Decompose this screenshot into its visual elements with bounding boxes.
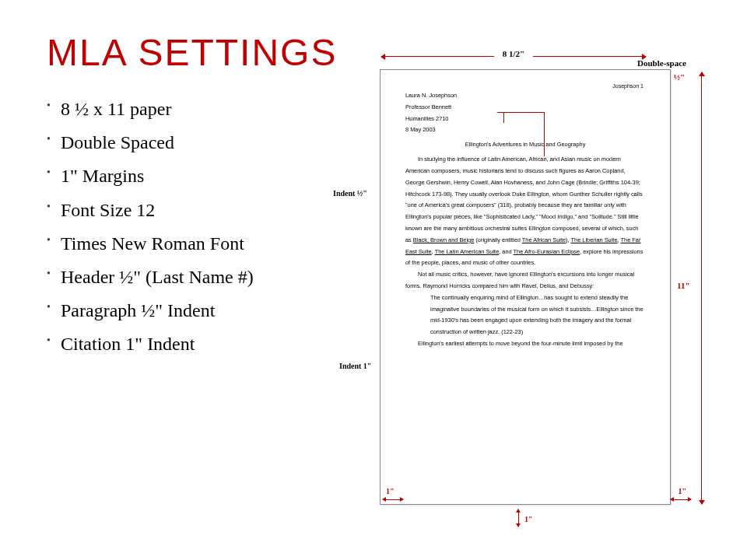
bullet-list: 8 ½ x 11 paper Double Spaced 1" Margins … — [47, 97, 342, 357]
underlined-title: The Latin American Suite — [435, 248, 500, 255]
margin-right-label: 1" — [678, 487, 686, 495]
paper-date: 8 May 2003 — [405, 124, 645, 136]
margin-right-arrow-icon — [671, 499, 691, 500]
bullet-item: Font Size 12 — [47, 198, 342, 222]
bullet-item: 8 ½ x 11 paper — [47, 97, 342, 121]
width-label: 8 1/2" — [381, 49, 646, 58]
mla-diagram: 8 1/2" Double-space 11" ½" 1" Indent ½" … — [350, 51, 708, 533]
double-space-label: Double-space — [637, 58, 686, 68]
bullet-item: Citation 1" Indent — [47, 332, 342, 356]
arrow-vertical-icon — [701, 72, 702, 504]
content-row: 8 ½ x 11 paper Double Spaced 1" Margins … — [47, 97, 708, 366]
p1-text: (originally entitled — [474, 236, 522, 243]
slide: MLA SETTINGS 8 ½ x 11 paper Double Space… — [0, 0, 747, 560]
underlined-title: The Liberian Suite — [571, 236, 618, 243]
paragraph-3: Ellington's earliest attempts to move be… — [405, 338, 645, 350]
professor-name: Professor Bennett — [405, 102, 645, 114]
underlined-title: Black, Brown and Beige — [413, 236, 474, 243]
height-dimension: 11" — [696, 72, 708, 504]
paragraph-2: Not all music critics, however, have ign… — [405, 269, 645, 292]
bullet-column: 8 ½ x 11 paper Double Spaced 1" Margins … — [47, 97, 342, 366]
bullet-item: Paragraph ½" Indent — [47, 299, 342, 323]
width-dimension: 8 1/2" — [381, 51, 646, 63]
mla-heading-block: Laura N. Josephson Professor Bennett Hum… — [405, 90, 645, 136]
sample-page: Josephson 1 Laura N. Josephson Professor… — [380, 69, 671, 505]
block-quote: The continually enquiring mind of Elling… — [430, 292, 645, 338]
bullet-item: Double Spaced — [47, 131, 342, 155]
underlined-title: The Afro-Eurasian Eclipse — [514, 248, 580, 255]
underlined-title: The African Suite — [522, 236, 566, 243]
p1-text: In studying the influence of Latin Ameri… — [405, 156, 643, 243]
margin-bottom-label: 1" — [524, 515, 533, 523]
height-label: 11" — [677, 281, 690, 290]
half-inch-label: ½" — [674, 72, 685, 82]
indent-one-label: Indent 1" — [339, 362, 371, 370]
bullet-item: Header ½" (Last Name #) — [47, 265, 342, 289]
arrow-right-icon — [533, 56, 646, 57]
indent-half-label: Indent ½" — [333, 189, 367, 198]
course-name: Humanities 2710 — [405, 114, 645, 125]
margin-bottom-arrow-icon — [518, 509, 519, 527]
bullet-item: 1" Margins — [47, 164, 342, 188]
margin-left-arrow-icon — [383, 499, 403, 500]
diagram-column: 8 1/2" Double-space 11" ½" 1" Indent ½" … — [358, 97, 708, 366]
paragraph-1: In studying the influence of Latin Ameri… — [405, 154, 645, 269]
p1-text: , and — [499, 248, 513, 255]
student-name: Laura N. Josephson — [405, 90, 645, 102]
margin-left-label: 1" — [386, 487, 395, 495]
bullet-item: Times New Roman Font — [47, 232, 342, 256]
